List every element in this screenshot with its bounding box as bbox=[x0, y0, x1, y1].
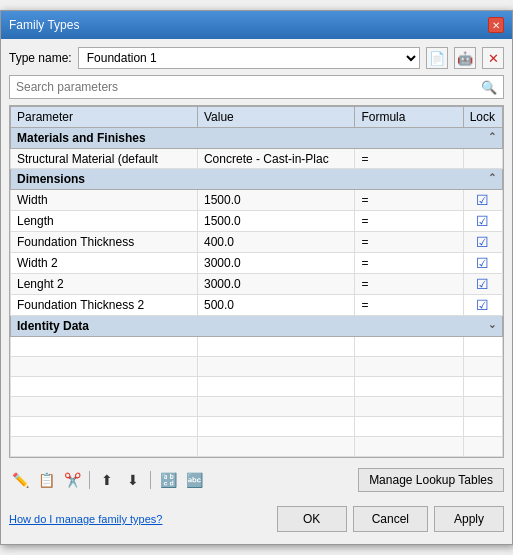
search-icon: 🔍 bbox=[481, 80, 497, 95]
param-cell: Width bbox=[11, 190, 198, 211]
table-row bbox=[11, 337, 503, 357]
value-cell[interactable]: 500.0 bbox=[197, 295, 354, 316]
formula-cell[interactable] bbox=[355, 337, 463, 357]
type-name-select[interactable]: Foundation 1 bbox=[78, 47, 420, 69]
lock-cell[interactable] bbox=[463, 377, 502, 397]
table-row: Structural Material (defaultConcrete - C… bbox=[11, 149, 503, 169]
table-row bbox=[11, 417, 503, 437]
manage-lookup-button[interactable]: Manage Lookup Tables bbox=[358, 468, 504, 492]
value-cell[interactable]: 3000.0 bbox=[197, 274, 354, 295]
value-cell[interactable]: 1500.0 bbox=[197, 211, 354, 232]
formula-cell[interactable]: = bbox=[355, 190, 463, 211]
duplicate-type-button[interactable]: 🤖 bbox=[454, 47, 476, 69]
lock-cell[interactable]: ☑ bbox=[463, 274, 502, 295]
value-cell[interactable] bbox=[197, 357, 354, 377]
param-cell bbox=[11, 357, 198, 377]
lock-checkbox[interactable]: ☑ bbox=[476, 255, 489, 271]
table-row bbox=[11, 397, 503, 417]
lock-cell[interactable] bbox=[463, 397, 502, 417]
lock-cell[interactable] bbox=[463, 357, 502, 377]
table-row: Foundation Thickness 2500.0=☑ bbox=[11, 295, 503, 316]
col-header-value: Value bbox=[197, 107, 354, 128]
search-input[interactable] bbox=[16, 80, 481, 94]
param-cell bbox=[11, 397, 198, 417]
help-link[interactable]: How do I manage family types? bbox=[9, 513, 162, 525]
toolbar-left: ✏️ 📋 ✂️ ⬆ ⬇ 🔡 🔤 bbox=[9, 469, 205, 491]
table-row bbox=[11, 377, 503, 397]
param-cell: Foundation Thickness 2 bbox=[11, 295, 198, 316]
param-cell: Width 2 bbox=[11, 253, 198, 274]
param-cell bbox=[11, 437, 198, 457]
add-param-button[interactable]: 📋 bbox=[35, 469, 57, 491]
formula-cell[interactable] bbox=[355, 357, 463, 377]
param-cell bbox=[11, 377, 198, 397]
title-bar: Family Types ✕ bbox=[1, 11, 512, 39]
col-header-lock: Lock bbox=[463, 107, 502, 128]
delete-type-button[interactable]: ✕ bbox=[482, 47, 504, 69]
lock-cell[interactable] bbox=[463, 337, 502, 357]
ok-button[interactable]: OK bbox=[277, 506, 347, 532]
search-box: 🔍 bbox=[9, 75, 504, 99]
lock-checkbox[interactable]: ☑ bbox=[476, 276, 489, 292]
bottom-row: How do I manage family types? OK Cancel … bbox=[9, 502, 504, 536]
lock-cell[interactable]: ☑ bbox=[463, 232, 502, 253]
formula-cell[interactable]: = bbox=[355, 149, 463, 169]
formula-cell[interactable]: = bbox=[355, 253, 463, 274]
value-cell[interactable]: 3000.0 bbox=[197, 253, 354, 274]
lock-cell[interactable]: ☑ bbox=[463, 253, 502, 274]
sort-za-button[interactable]: 🔤 bbox=[183, 469, 205, 491]
formula-cell[interactable] bbox=[355, 397, 463, 417]
value-cell[interactable]: 400.0 bbox=[197, 232, 354, 253]
table-row: Width1500.0=☑ bbox=[11, 190, 503, 211]
new-type-button[interactable]: 📄 bbox=[426, 47, 448, 69]
family-types-dialog: Family Types ✕ Type name: Foundation 1 📄… bbox=[0, 10, 513, 545]
formula-cell[interactable]: = bbox=[355, 274, 463, 295]
formula-cell[interactable]: = bbox=[355, 295, 463, 316]
formula-cell[interactable] bbox=[355, 437, 463, 457]
apply-button[interactable]: Apply bbox=[434, 506, 504, 532]
param-cell: Length bbox=[11, 211, 198, 232]
formula-cell[interactable] bbox=[355, 377, 463, 397]
params-table: Parameter Value Formula Lock Materials a… bbox=[9, 105, 504, 458]
lock-cell[interactable]: ☑ bbox=[463, 295, 502, 316]
value-cell[interactable] bbox=[197, 337, 354, 357]
value-cell[interactable] bbox=[197, 437, 354, 457]
cancel-button[interactable]: Cancel bbox=[353, 506, 428, 532]
delete-param-button[interactable]: ✂️ bbox=[61, 469, 83, 491]
value-cell[interactable]: Concrete - Cast-in-Plac bbox=[197, 149, 354, 169]
sort-az-button[interactable]: 🔡 bbox=[157, 469, 179, 491]
edit-icon[interactable]: ✏️ bbox=[9, 469, 31, 491]
formula-cell[interactable] bbox=[355, 417, 463, 437]
param-cell: Lenght 2 bbox=[11, 274, 198, 295]
separator-2 bbox=[150, 471, 151, 489]
value-cell[interactable]: 1500.0 bbox=[197, 190, 354, 211]
table-row: Lenght 23000.0=☑ bbox=[11, 274, 503, 295]
move-down-button[interactable]: ⬇ bbox=[122, 469, 144, 491]
move-up-button[interactable]: ⬆ bbox=[96, 469, 118, 491]
param-cell: Foundation Thickness bbox=[11, 232, 198, 253]
value-cell[interactable] bbox=[197, 377, 354, 397]
lock-cell[interactable] bbox=[463, 437, 502, 457]
param-cell bbox=[11, 337, 198, 357]
formula-cell[interactable]: = bbox=[355, 211, 463, 232]
lock-cell[interactable] bbox=[463, 417, 502, 437]
table-row: Length1500.0=☑ bbox=[11, 211, 503, 232]
table-row: Width 23000.0=☑ bbox=[11, 253, 503, 274]
dialog-buttons: OK Cancel Apply bbox=[277, 506, 504, 532]
table-row bbox=[11, 437, 503, 457]
formula-cell[interactable]: = bbox=[355, 232, 463, 253]
lock-cell[interactable]: ☑ bbox=[463, 190, 502, 211]
lock-cell[interactable]: ☑ bbox=[463, 211, 502, 232]
lock-checkbox[interactable]: ☑ bbox=[476, 234, 489, 250]
lock-cell[interactable] bbox=[463, 149, 502, 169]
value-cell[interactable] bbox=[197, 417, 354, 437]
table-row: Foundation Thickness400.0=☑ bbox=[11, 232, 503, 253]
dialog-content: Type name: Foundation 1 📄 🤖 ✕ 🔍 Paramete… bbox=[1, 39, 512, 544]
value-cell[interactable] bbox=[197, 397, 354, 417]
lock-checkbox[interactable]: ☑ bbox=[476, 213, 489, 229]
close-button[interactable]: ✕ bbox=[488, 17, 504, 33]
lock-checkbox[interactable]: ☑ bbox=[476, 192, 489, 208]
dialog-title: Family Types bbox=[9, 18, 79, 32]
lock-checkbox[interactable]: ☑ bbox=[476, 297, 489, 313]
table-row bbox=[11, 357, 503, 377]
